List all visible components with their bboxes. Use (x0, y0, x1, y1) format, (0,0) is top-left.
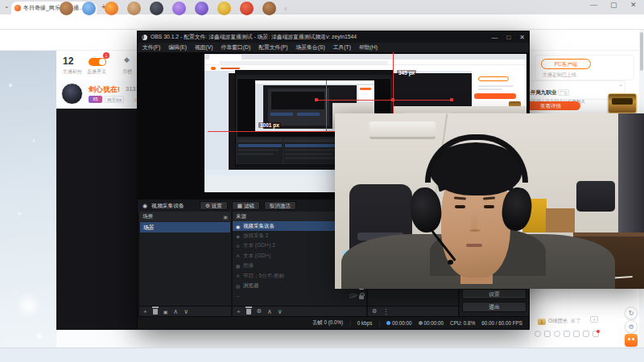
score-label: 主播积分 (63, 68, 82, 76)
menu-help[interactable]: 帮助(H) (359, 43, 378, 51)
dock-popout-icon[interactable]: ▣ (223, 214, 228, 220)
source-down-button[interactable]: ∨ (278, 308, 283, 315)
window-maximize-button[interactable]: ▢ (610, 1, 617, 9)
filter-icon: ▦ (237, 202, 242, 210)
gift-flame-icon[interactable] (105, 2, 118, 15)
obs-maximize-icon[interactable]: □ (506, 34, 510, 41)
scrollbar-thumb[interactable] (640, 32, 643, 71)
crop-handle-left[interactable] (315, 98, 318, 101)
pc-client-button[interactable]: PC客户端 (541, 59, 591, 69)
image-source-icon: ▦ (235, 263, 241, 269)
gift-gem-icon[interactable] (172, 2, 186, 15)
chat-username[interactable]: O球院长 (548, 318, 568, 325)
crop-handle-right[interactable] (450, 98, 453, 101)
menu-scene-collection[interactable]: 场景集合(S) (295, 43, 324, 51)
rank-shield-icon[interactable]: ◆ (124, 56, 130, 64)
ad-cta-button[interactable]: 查看详情 (521, 101, 580, 110)
tool-icon-3[interactable] (583, 331, 589, 337)
crop-handle-center[interactable] (391, 98, 394, 101)
gift-horse-icon[interactable] (262, 2, 276, 15)
remove-source-button[interactable] (246, 309, 251, 315)
tool-icon-2[interactable] (573, 331, 580, 337)
menu-file[interactable]: 文件(F) (142, 43, 160, 51)
plane-icon[interactable] (544, 331, 551, 337)
obs-menubar: 文件(F) 编辑(E) 视图(V) 停靠窗口(D) 配置文件(P) 场景集合(S… (138, 43, 529, 52)
cardboard-box (546, 208, 575, 232)
tab-favicon (14, 5, 21, 11)
webcam-window[interactable] (335, 113, 644, 289)
ad-close-icon[interactable]: × (619, 83, 622, 88)
source-up-button[interactable]: ∧ (267, 308, 272, 315)
screen: ⌄ 冬日奇缘_网乐fps直播_网乐fp × + — ▢ ✕ ← → ⟳ ⇄ do… (0, 0, 644, 362)
source-properties-icon[interactable]: ⚙ (257, 308, 262, 315)
gamepad-icon: ◆ (235, 233, 241, 239)
tool-icon-notify[interactable] (592, 331, 599, 337)
source-deactivate-button[interactable]: 取消激活 (264, 201, 296, 210)
source-row[interactable]: ~ (233, 291, 366, 301)
mixer-toolbar: ⚙ ⋮ (368, 306, 458, 316)
source-properties-button[interactable]: ⚙设置 (200, 201, 228, 210)
mixer-config-icon[interactable]: ⚙ (372, 308, 377, 315)
obs-exit-button[interactable]: 退出 (462, 302, 526, 312)
assistant-float-button[interactable] (625, 334, 638, 347)
dropped-frames: 丢帧 0 (0.0%) (312, 319, 343, 327)
menu-edit[interactable]: 编辑(E) (168, 43, 187, 51)
menu-tools[interactable]: 工具(T) (333, 43, 351, 51)
gift-collapse-icon[interactable]: ∧ (283, 6, 287, 12)
source-filters-button[interactable]: ▦滤镜 (232, 201, 260, 210)
window-close-button[interactable]: ✕ (630, 1, 637, 9)
obs-minimize-icon[interactable]: — (491, 34, 497, 41)
menu-profile[interactable]: 配置文件(P) (258, 43, 287, 51)
scenes-toolbar: + ▣ ∧ ∨ (139, 306, 231, 316)
toggle-label: 直播开关 (87, 68, 106, 76)
category-tag[interactable]: 网乐fps (105, 96, 124, 103)
add-source-button[interactable]: + (237, 308, 241, 315)
obs-statusbar: 丢帧 0 (0.0%)| 0 kbps| 00:00:00 00:00:00 C… (138, 316, 529, 329)
air-conditioner (369, 121, 436, 139)
gift-bowl-icon[interactable] (195, 2, 208, 15)
history-float-button[interactable]: ↻ (625, 306, 638, 319)
gift-cross-icon[interactable] (217, 2, 231, 15)
add-scene-button[interactable]: + (143, 308, 147, 315)
media-source-icon: ~ (235, 294, 241, 298)
gear-icon: ⚙ (205, 202, 210, 210)
window-minimize-button[interactable]: — (590, 1, 597, 9)
gold-event-badge[interactable] (608, 93, 637, 113)
scene-item[interactable]: 场景 (140, 222, 230, 232)
gift-spade-icon[interactable] (150, 2, 163, 15)
tool-icon-1[interactable] (564, 331, 570, 337)
obs-titlebar[interactable]: OBS 30.1.2 - 配置文件: 泽鑫端游直播测试 - 场景: 泽鑫端游直播… (138, 31, 529, 43)
text-source-icon: A (235, 244, 241, 249)
pc-client-subtext: 主播定制已上线 (543, 72, 576, 79)
menu-docks[interactable]: 停靠窗口(D) (221, 43, 251, 51)
remove-scene-button[interactable] (153, 309, 158, 315)
scene-down-button[interactable]: ∨ (184, 308, 188, 315)
scenes-dock: 场景▣ 场景 + ▣ ∧ ∨ (139, 212, 231, 316)
menu-view[interactable]: 视图(V) (195, 43, 213, 51)
chat-collapse-button[interactable]: ∧ (590, 316, 598, 323)
obs-settings-button[interactable]: 设置 (462, 289, 526, 299)
gift-box-icon[interactable] (240, 2, 254, 15)
lock-icon[interactable] (359, 295, 364, 299)
emoji-icon[interactable] (535, 331, 541, 337)
star-tool-icon[interactable] (554, 331, 560, 337)
gift-cloud-icon[interactable] (82, 2, 96, 15)
score-value: 12 (63, 56, 73, 67)
eye-off-icon[interactable] (349, 294, 357, 298)
tab-search-icon[interactable]: ⌄ (4, 2, 10, 10)
streamer-avatar[interactable] (61, 83, 83, 105)
crop-guide-horizontal[interactable] (316, 100, 453, 101)
browser-tabstrip: ⌄ 冬日奇缘_网乐fps直播_网乐fp × + — ▢ ✕ (0, 0, 644, 14)
gift-monkey-icon[interactable] (127, 2, 141, 15)
gift-dog-icon[interactable] (60, 2, 73, 15)
scene-filters-button[interactable]: ▣ (163, 309, 168, 315)
obs-close-icon[interactable]: ✕ (519, 34, 525, 41)
live-toggle[interactable] (89, 58, 106, 66)
settings-float-button[interactable]: ⚙ (625, 320, 638, 333)
scene-up-button[interactable]: ∧ (173, 308, 178, 315)
streamer-name: 剑心犹在! (89, 84, 120, 95)
cabinet-top (573, 232, 644, 237)
chat-user-badge: 1 (538, 319, 546, 325)
mixer-menu-icon[interactable]: ⋮ (382, 308, 389, 315)
crop-height-label: 345 px (397, 70, 416, 76)
